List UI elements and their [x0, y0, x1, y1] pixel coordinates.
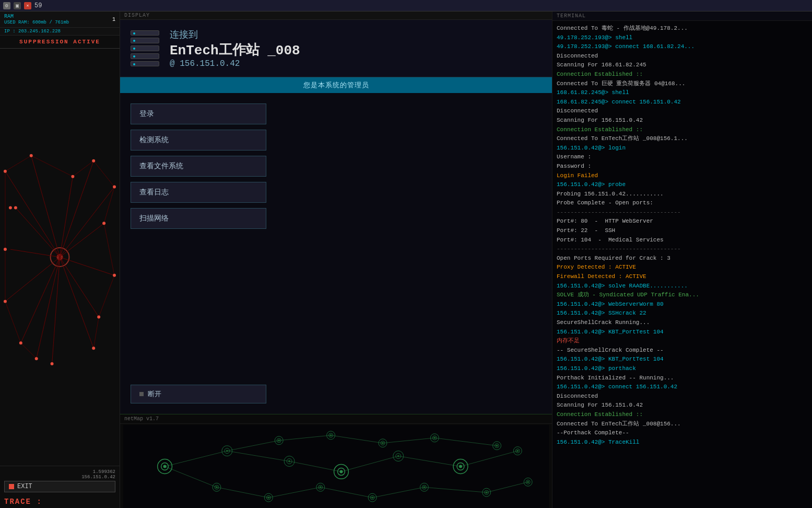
- netmap-label: netMap v1.7: [120, 414, 552, 424]
- netmap-panel: netMap v1.7: [120, 414, 552, 508]
- terminal-line: 内存不足: [557, 337, 808, 346]
- svg-point-39: [19, 341, 22, 344]
- svg-line-4: [60, 161, 94, 257]
- filesystem-button[interactable]: 查看文件系统: [131, 156, 266, 177]
- svg-line-21: [104, 187, 114, 224]
- svg-line-15: [60, 257, 99, 317]
- bottom-left: 1.599362 156.151.0.42 EXIT: [0, 466, 120, 495]
- suppression-label: SUPPRESSION ACTIVE: [0, 36, 120, 49]
- svg-point-116: [278, 440, 280, 442]
- svg-line-5: [60, 187, 115, 257]
- terminal-line: 156.151.0.42@> connect 156.151.0.42: [557, 383, 808, 392]
- svg-point-108: [516, 450, 519, 452]
- server-unit-3: [131, 45, 159, 51]
- netmap-svg: [120, 425, 552, 508]
- terminal-line: 168.61.82.245@> connect 156.151.0.42: [557, 98, 808, 107]
- disconnect-dot: [139, 392, 144, 396]
- terminal-line: Port#: 80 - HTTP WebServer: [557, 217, 808, 226]
- terminal-line: Scanning For 168.61.82.245: [557, 61, 808, 70]
- terminal-line: Password :: [557, 162, 808, 171]
- svg-point-31: [92, 159, 95, 163]
- svg-point-102: [163, 465, 167, 468]
- admin-banner: 您是本系统的管理员: [120, 77, 552, 93]
- login-button[interactable]: 登录: [131, 103, 266, 124]
- terminal-line: Port#: 104 - Medical Services: [557, 236, 808, 245]
- svg-point-113: [423, 486, 425, 488]
- terminal-line: Open Ports Required for Crack : 3: [557, 254, 808, 263]
- svg-point-106: [288, 460, 290, 463]
- ram-label: RAMUSED RAM: 600mb / 761mb: [4, 14, 69, 25]
- svg-point-37: [51, 362, 54, 365]
- trace-label: TRACE :: [0, 495, 120, 508]
- svg-point-112: [371, 497, 373, 499]
- svg-point-103: [459, 465, 462, 468]
- svg-line-22: [104, 223, 114, 275]
- svg-line-26: [5, 302, 21, 343]
- svg-line-14: [60, 177, 73, 257]
- disconnect-button[interactable]: 断开: [131, 385, 266, 403]
- settings-icon[interactable]: ⚙: [3, 2, 10, 9]
- terminal-line: 49.178.252.193@> shell: [557, 33, 808, 43]
- svg-point-38: [35, 357, 38, 360]
- terminal-line: Port#: 22 - SSH: [557, 226, 808, 236]
- logs-button[interactable]: 查看日志: [131, 182, 266, 203]
- svg-point-120: [496, 445, 498, 447]
- svg-line-3: [31, 156, 60, 257]
- probe-button[interactable]: 检测系统: [131, 130, 266, 151]
- svg-point-29: [4, 170, 7, 173]
- terminal-line: Username :: [557, 153, 808, 162]
- main-layout: RAMUSED RAM: 600mb / 761mb 1 IP : 203.24…: [0, 11, 812, 508]
- terminal-line: 156.151.0.42@> KBT_PortTest 104: [557, 328, 808, 337]
- svg-point-117: [330, 434, 332, 436]
- exit-dot: [9, 484, 14, 489]
- svg-point-40: [4, 300, 7, 303]
- server-ip: @ 156.151.0.42: [170, 59, 300, 68]
- terminal-panel: TERMINAL Connected To 毒蛇 - 作战基地@49.178.2…: [552, 11, 812, 508]
- ram-bar: RAMUSED RAM: 600mb / 761mb 1: [0, 11, 120, 28]
- display-label: DISPLAY: [120, 11, 552, 20]
- svg-point-110: [267, 497, 269, 499]
- terminal-line: 49.178.252.193@> connect 168.61.82.24...: [557, 42, 808, 52]
- svg-line-13: [16, 207, 60, 257]
- terminal-line: Probing 156.151.0.42...........: [557, 190, 808, 199]
- svg-point-114: [486, 491, 488, 493]
- terminal-line: 156.151.0.42@> porthack: [557, 364, 808, 374]
- svg-point-119: [433, 437, 436, 439]
- terminal-icon[interactable]: ▣: [14, 2, 21, 9]
- svg-line-18: [31, 156, 73, 177]
- svg-point-43: [14, 206, 17, 209]
- terminal-line: 156.151.0.42@> probe: [557, 180, 808, 190]
- coords: 1.599362 156.151.0.42: [4, 469, 115, 480]
- terminal-line: Proxy Detected : ACTIVE: [557, 263, 808, 272]
- left-panel: RAMUSED RAM: 600mb / 761mb 1 IP : 203.24…: [0, 11, 120, 508]
- svg-point-30: [30, 154, 33, 157]
- terminal-line: --Porthack Complete--: [557, 429, 808, 438]
- terminal-line: SOLVE 成功 - Syndicated UDP Traffic Ena...: [557, 291, 808, 300]
- svg-line-8: [60, 257, 94, 348]
- svg-line-11: [5, 257, 60, 302]
- server-unit-5: [131, 61, 159, 67]
- terminal-line: 156.151.0.42@> TraceKill: [557, 438, 808, 447]
- terminal-line: 156.151.0.42@> KBT_PortTest 104: [557, 355, 808, 364]
- network-lines-svg: [0, 49, 120, 466]
- terminal-line: Scanning For 156.151.0.42: [557, 401, 808, 410]
- terminal-line: Connected To EnTech工作站 _008@156.1...: [557, 134, 808, 144]
- connection-info: 连接到 EnTech工作站 _008 @ 156.151.0.42: [170, 28, 300, 68]
- terminal-line: Connected To EnTech工作站 _008@156...: [557, 420, 808, 429]
- terminal-line: 156.151.0.42@> solve RAADBE...........: [557, 282, 808, 291]
- menu-area: 登录 检测系统 查看文件系统 查看日志 扫描网络: [120, 93, 552, 385]
- svg-point-111: [320, 486, 322, 488]
- terminal-line: Porthack Initialized -- Running...: [557, 374, 808, 383]
- svg-line-7: [60, 257, 115, 275]
- exit-button[interactable]: EXIT: [4, 481, 115, 492]
- close-icon[interactable]: ✕: [24, 2, 31, 9]
- svg-line-2: [5, 171, 60, 257]
- terminal-line: Connected To 巨硬 重负荷服务器 04@168...: [557, 79, 808, 89]
- svg-line-17: [5, 156, 31, 171]
- server-unit-4: [131, 53, 159, 59]
- terminal-line: 156.151.0.42@> login: [557, 144, 808, 153]
- terminal-line: 168.61.82.245@> shell: [557, 88, 808, 98]
- scan-button[interactable]: 扫描网络: [131, 208, 266, 229]
- svg-point-118: [382, 442, 384, 444]
- terminal-line: -- SecureShellCrack Complete --: [557, 346, 808, 355]
